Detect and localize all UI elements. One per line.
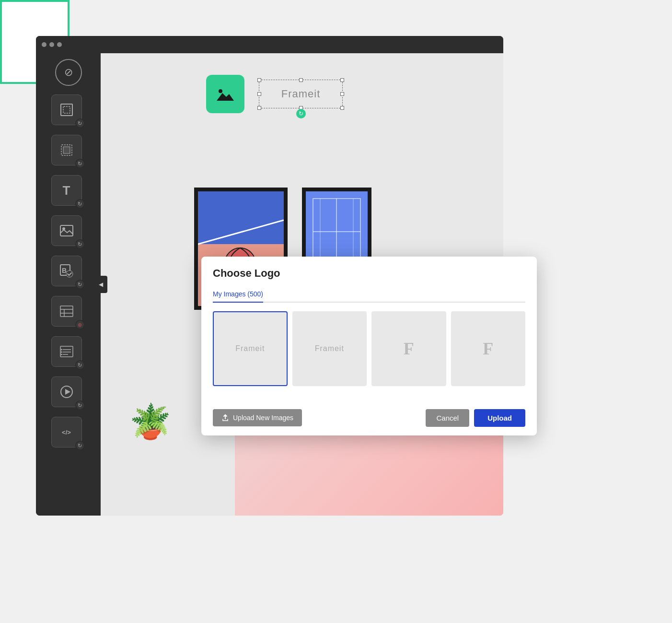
text-selection-box[interactable]: ↻ Frameit bbox=[259, 80, 343, 108]
T-letter: T bbox=[63, 183, 70, 198]
tool-selection[interactable]: ↻ bbox=[51, 135, 86, 169]
code-label: </> bbox=[62, 429, 71, 436]
svg-rect-0 bbox=[61, 104, 72, 116]
image-thumb-4[interactable]: F bbox=[451, 311, 526, 386]
handle-tm bbox=[299, 78, 303, 82]
sidebar: ⊘ ↻ ↻ T ↻ bbox=[36, 53, 101, 516]
image-grid: Frameit Frameit F F bbox=[213, 311, 525, 386]
tool-brand[interactable]: B ↻ bbox=[51, 256, 86, 290]
video-badge: ↻ bbox=[75, 400, 85, 410]
handle-tl bbox=[257, 78, 261, 82]
footer-action-buttons: Cancel Upload bbox=[426, 409, 525, 427]
pink-background-area bbox=[235, 429, 503, 516]
upload-button[interactable]: Upload bbox=[474, 409, 525, 427]
svg-text:B: B bbox=[62, 267, 67, 274]
svg-rect-3 bbox=[63, 147, 70, 153]
tool-table[interactable]: ⊗ bbox=[51, 296, 86, 330]
svg-rect-13 bbox=[60, 346, 73, 357]
logo-icon-box bbox=[206, 75, 244, 113]
cancel-button[interactable]: Cancel bbox=[426, 409, 469, 427]
modal-header: Choose Logo bbox=[201, 257, 537, 280]
brand-badge: ↻ bbox=[75, 280, 85, 289]
image-thumb-2[interactable]: Frameit bbox=[292, 311, 367, 386]
upload-new-images-button[interactable]: Upload New Images bbox=[213, 409, 302, 426]
svg-point-19 bbox=[61, 354, 62, 355]
block-icon: ⊘ bbox=[64, 66, 73, 79]
selection-badge: ↻ bbox=[75, 159, 85, 168]
image-thumb-1[interactable]: Frameit bbox=[213, 311, 288, 386]
window-dot-2 bbox=[49, 42, 54, 47]
thumb-letter-4: F bbox=[483, 339, 493, 359]
choose-logo-modal: Choose Logo My Images (500) Frameit Fram… bbox=[201, 257, 537, 435]
tool-video[interactable]: ↻ bbox=[51, 376, 86, 411]
modal-tabs: My Images (500) bbox=[213, 286, 525, 303]
handle-br bbox=[340, 106, 344, 110]
thumb-letter-3: F bbox=[404, 339, 414, 359]
tool-frames[interactable]: ↻ bbox=[51, 94, 86, 129]
table-badge: ⊗ bbox=[75, 320, 85, 329]
frames-badge: ↻ bbox=[75, 118, 85, 128]
handle-tr bbox=[340, 78, 344, 82]
text-badge: ↻ bbox=[75, 199, 85, 209]
title-bar bbox=[36, 36, 503, 53]
tool-code[interactable]: </> ↻ bbox=[51, 417, 86, 451]
modal-body: Frameit Frameit F F bbox=[201, 303, 537, 403]
logo-element[interactable] bbox=[206, 75, 244, 113]
sidebar-collapse-button[interactable]: ◀ bbox=[94, 276, 107, 293]
thumb-text-2: Frameit bbox=[315, 344, 344, 353]
svg-point-17 bbox=[61, 349, 62, 351]
modal-footer: Upload New Images Cancel Upload bbox=[201, 403, 537, 435]
thumb-text-1: Frameit bbox=[235, 344, 265, 353]
handle-bl bbox=[257, 106, 261, 110]
handle-mr bbox=[340, 92, 344, 96]
tool-text[interactable]: T ↻ bbox=[51, 175, 86, 210]
image-badge: ↻ bbox=[75, 239, 85, 249]
canvas-logo-text: Frameit bbox=[281, 88, 321, 100]
plant-decoration: 🪴 bbox=[129, 402, 171, 441]
list-badge: ↻ bbox=[75, 360, 85, 370]
rotation-handle[interactable]: ↻ bbox=[296, 109, 306, 118]
tab-my-images[interactable]: My Images (500) bbox=[213, 286, 263, 303]
modal-title: Choose Logo bbox=[213, 267, 525, 280]
image-thumb-3[interactable]: F bbox=[371, 311, 446, 386]
sidebar-top-icon[interactable]: ⊘ bbox=[55, 59, 82, 86]
svg-point-22 bbox=[219, 89, 222, 93]
code-badge: ↻ bbox=[75, 441, 85, 450]
svg-rect-1 bbox=[63, 106, 70, 113]
svg-rect-9 bbox=[60, 306, 73, 317]
handle-ml bbox=[257, 92, 261, 96]
upload-icon bbox=[221, 414, 229, 422]
window-dot-1 bbox=[42, 42, 46, 47]
tool-image[interactable]: ↻ bbox=[51, 215, 86, 250]
svg-point-18 bbox=[61, 352, 62, 353]
chevron-left-icon: ◀ bbox=[99, 281, 103, 288]
svg-marker-21 bbox=[65, 389, 70, 395]
tool-list[interactable]: ↻ bbox=[51, 336, 86, 371]
window-dot-3 bbox=[57, 42, 62, 47]
